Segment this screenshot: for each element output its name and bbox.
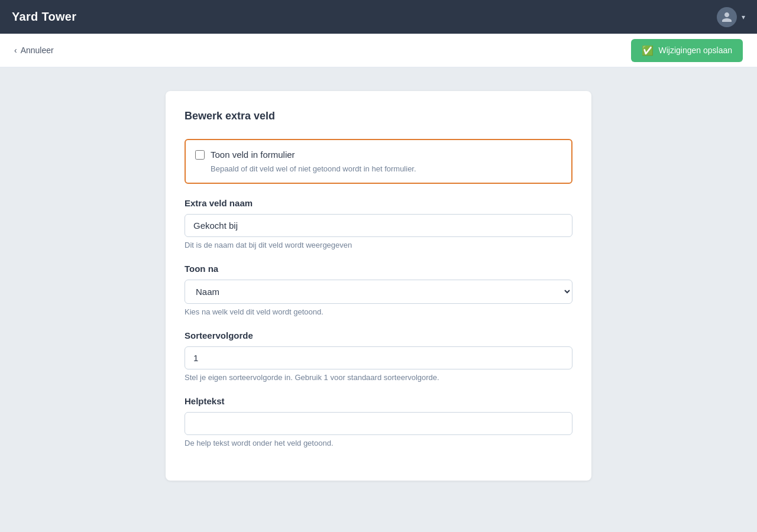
help-text-group: Helptekst De help tekst wordt onder het … [185, 396, 572, 447]
show-after-group: Toon na Naam Omschrijving Categorie Stat… [185, 264, 572, 316]
extra-field-name-group: Extra veld naam Dit is de naam dat bij d… [185, 198, 572, 249]
show-in-form-checkbox[interactable] [195, 150, 205, 160]
save-label: Wijzigingen opslaan [658, 46, 732, 55]
cancel-label: Annuleer [21, 46, 54, 55]
sort-order-hint: Stel je eigen sorteervolgorde in. Gebrui… [185, 373, 572, 382]
app-header: Yard Tower ▾ [0, 0, 757, 34]
save-button[interactable]: ✅ Wijzigingen opslaan [631, 39, 743, 62]
show-in-form-section: Toon veld in formulier Bepaald of dit ve… [185, 139, 572, 184]
avatar[interactable] [717, 7, 737, 27]
show-after-hint: Kies na welk veld dit veld wordt getoond… [185, 307, 572, 316]
user-dropdown-chevron[interactable]: ▾ [742, 13, 745, 21]
save-check-icon: ✅ [642, 45, 654, 56]
header-right: ▾ [717, 7, 745, 27]
show-in-form-label-text: Toon veld in formulier [211, 150, 295, 160]
help-text-label: Helptekst [185, 396, 572, 406]
help-text-input[interactable] [185, 412, 572, 435]
extra-field-name-label: Extra veld naam [185, 198, 572, 208]
form-title: Bewerk extra veld [185, 110, 572, 122]
back-arrow-icon: ‹ [14, 46, 17, 55]
app-title: Yard Tower [12, 10, 76, 24]
form-card: Bewerk extra veld Toon veld in formulier… [166, 91, 591, 481]
help-text-hint: De help tekst wordt onder het veld getoo… [185, 439, 572, 447]
toolbar: ‹ Annuleer ✅ Wijzigingen opslaan [0, 34, 757, 67]
main-content: Bewerk extra veld Toon veld in formulier… [0, 67, 757, 504]
extra-field-name-hint: Dit is de naam dat bij dit veld wordt we… [185, 241, 572, 249]
sort-order-group: Sorteervolgorde Stel je eigen sorteervol… [185, 330, 572, 382]
show-after-label: Toon na [185, 264, 572, 274]
cancel-button[interactable]: ‹ Annuleer [14, 46, 54, 55]
extra-field-name-input[interactable] [185, 214, 572, 237]
show-after-select[interactable]: Naam Omschrijving Categorie Status [185, 280, 572, 304]
show-in-form-checkbox-label[interactable]: Toon veld in formulier [195, 150, 562, 160]
show-in-form-description: Bepaald of dit veld wel of niet getoond … [211, 164, 562, 173]
sort-order-input[interactable] [185, 346, 572, 369]
sort-order-label: Sorteervolgorde [185, 330, 572, 340]
